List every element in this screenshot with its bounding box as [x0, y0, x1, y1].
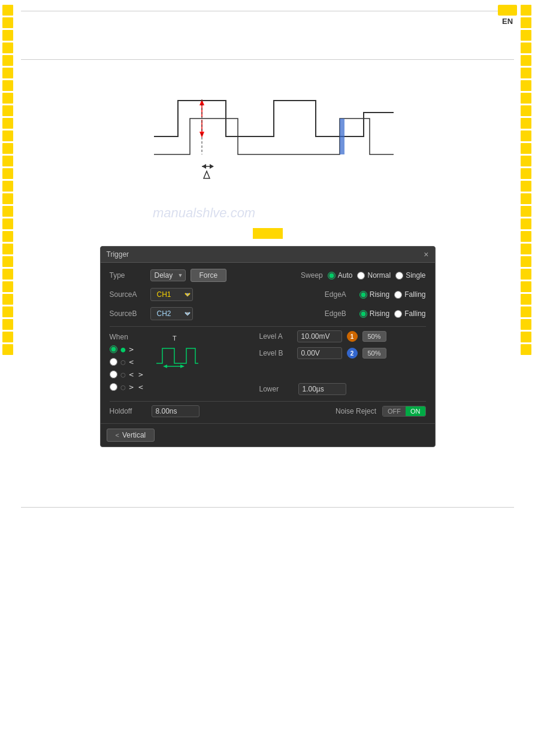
- waveform-diagram: [142, 77, 394, 196]
- level-a-row: Level A 1 50%: [259, 330, 426, 342]
- when-level-section: When ● > ○ <: [110, 330, 426, 395]
- level-a-label: Level A: [259, 332, 292, 341]
- level-b-input[interactable]: [297, 347, 342, 359]
- rstrip-1: [521, 5, 531, 16]
- source-b-row: SourceB CH2 EdgeB Rising Falling: [110, 307, 426, 320]
- lower-input[interactable]: [298, 383, 346, 395]
- when-lt-label: ○: [121, 357, 126, 366]
- trigger-close-button[interactable]: ×: [424, 250, 428, 259]
- spacer: [259, 364, 426, 376]
- strip-22: [2, 269, 13, 280]
- when-gt-lt-label: ○: [121, 382, 126, 391]
- level-b-row: Level B 2 50%: [259, 347, 426, 359]
- edge-a-rising-radio[interactable]: [359, 291, 367, 299]
- rstrip-21: [521, 256, 531, 267]
- strip-5: [2, 55, 13, 66]
- rstrip-7: [521, 80, 531, 91]
- edge-b-rising-label[interactable]: Rising: [370, 309, 389, 318]
- sweep-auto-radio[interactable]: [328, 272, 335, 280]
- edge-a-label: EdgeA: [325, 290, 355, 299]
- edge-b-rising-radio[interactable]: [359, 310, 367, 318]
- when-lt-gt-radio[interactable]: [110, 371, 117, 378]
- vertical-button[interactable]: < Vertical: [107, 429, 155, 442]
- rstrip-17: [521, 206, 531, 217]
- when-label: When: [110, 333, 146, 341]
- level-a-percent-btn[interactable]: 50%: [362, 331, 386, 342]
- when-gt-lt-symbol: > <: [129, 382, 143, 391]
- trigger-body: Type Delay Force Sweep Auto Normal: [101, 263, 435, 423]
- edge-a-rising-group: Rising: [359, 290, 389, 299]
- when-gt-radio[interactable]: [110, 345, 117, 353]
- waveform-area: [21, 65, 514, 202]
- delay-diagram-svg: T: [153, 333, 201, 381]
- strip-16: [2, 193, 13, 204]
- source-b-label: SourceB: [110, 309, 146, 318]
- chevron-left-icon: <: [116, 432, 119, 439]
- edge-a-rising-label[interactable]: Rising: [370, 290, 389, 299]
- noise-off-btn[interactable]: OFF: [383, 406, 406, 416]
- trigger-diagram: T: [150, 330, 204, 384]
- rstrip-11: [521, 130, 531, 141]
- holdoff-label: Holdoff: [110, 407, 146, 415]
- rstrip-16: [521, 193, 531, 204]
- source-b-select[interactable]: CH2: [150, 307, 193, 320]
- force-button[interactable]: Force: [191, 269, 227, 282]
- sweep-auto-label[interactable]: Auto: [338, 271, 353, 280]
- source-a-select[interactable]: CH1: [150, 288, 193, 301]
- when-with-diagram: When ● > ○ <: [110, 330, 247, 391]
- sweep-normal-group: Normal: [357, 271, 391, 280]
- sweep-normal-radio[interactable]: [357, 272, 365, 280]
- trigger-divider-1: [110, 326, 426, 327]
- rstrip-6: [521, 68, 531, 78]
- strip-27: [2, 332, 13, 342]
- rstrip-27: [521, 332, 531, 342]
- en-badge: EN: [498, 5, 517, 26]
- strip-26: [2, 319, 13, 330]
- when-gt-label: ●: [121, 345, 126, 354]
- when-gt-lt-radio[interactable]: [110, 383, 117, 391]
- noise-reject-label: Noise Reject: [335, 407, 376, 415]
- strip-1: [2, 5, 13, 16]
- rstrip-14: [521, 168, 531, 179]
- noise-on-btn[interactable]: ON: [406, 406, 425, 416]
- rstrip-19: [521, 231, 531, 242]
- svg-marker-6: [210, 164, 214, 169]
- strip-24: [2, 294, 13, 305]
- rstrip-18: [521, 218, 531, 229]
- strip-7: [2, 80, 13, 91]
- level-a-circle-btn[interactable]: 1: [347, 331, 358, 342]
- sweep-normal-label[interactable]: Normal: [367, 271, 391, 280]
- edge-b-falling-label[interactable]: Falling: [404, 309, 425, 318]
- level-b-percent-btn[interactable]: 50%: [362, 348, 386, 359]
- strip-14: [2, 168, 13, 179]
- trigger-dialog: Trigger × Type Delay Force Sweep Auto: [100, 246, 436, 447]
- strip-13: [2, 156, 13, 166]
- sweep-single-radio[interactable]: [395, 272, 403, 280]
- rstrip-2: [521, 17, 531, 28]
- svg-marker-7: [202, 164, 206, 169]
- holdoff-input[interactable]: [152, 405, 200, 417]
- rstrip-15: [521, 181, 531, 192]
- mid-divider: [21, 59, 514, 60]
- ch2-select-wrapper[interactable]: CH2: [150, 307, 193, 320]
- strip-15: [2, 181, 13, 192]
- watermark-area: manualshlve.com: [21, 205, 514, 223]
- noise-toggle[interactable]: OFF ON: [382, 406, 426, 417]
- ch1-select-wrapper[interactable]: CH1: [150, 288, 193, 301]
- when-lt-radio[interactable]: [110, 358, 117, 366]
- edge-a-falling-radio[interactable]: [394, 291, 402, 299]
- edge-b-falling-group: Falling: [394, 309, 425, 318]
- strip-18: [2, 218, 13, 229]
- edge-b-falling-radio[interactable]: [394, 310, 402, 318]
- sweep-single-label[interactable]: Single: [406, 271, 425, 280]
- sweep-auto-group: Auto: [328, 271, 353, 280]
- type-select[interactable]: Delay: [150, 269, 186, 281]
- lower-row: Lower: [259, 383, 426, 395]
- level-b-circle-btn[interactable]: 2: [347, 348, 358, 359]
- level-a-input[interactable]: [297, 330, 342, 342]
- yellow-rect-area: [21, 228, 514, 239]
- type-select-wrapper[interactable]: Delay: [150, 269, 186, 281]
- edge-a-falling-label[interactable]: Falling: [404, 290, 425, 299]
- en-badge-text: EN: [502, 17, 513, 26]
- strip-28: [2, 344, 13, 355]
